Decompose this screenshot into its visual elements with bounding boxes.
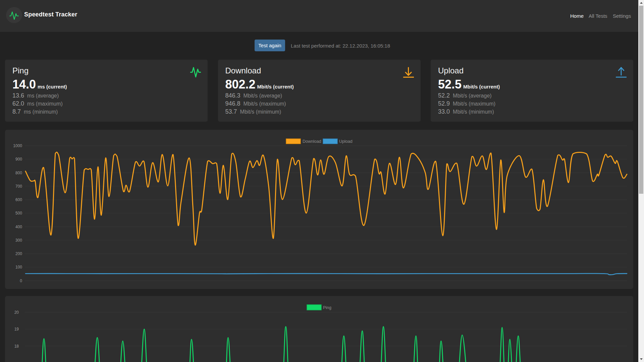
svg-text:18: 18 [14, 344, 19, 349]
svg-text:600: 600 [15, 197, 22, 202]
svg-text:200: 200 [15, 251, 22, 256]
svg-text:400: 400 [15, 225, 22, 229]
svg-text:1000: 1000 [13, 143, 22, 148]
svg-text:700: 700 [15, 184, 22, 189]
svg-text:Upload: Upload [339, 139, 353, 144]
svg-text:20: 20 [14, 310, 19, 315]
svg-text:100: 100 [15, 265, 22, 269]
svg-text:900: 900 [15, 157, 22, 162]
svg-text:800: 800 [15, 171, 22, 175]
svg-text:Ping: Ping [323, 305, 331, 310]
svg-text:19: 19 [14, 327, 19, 331]
svg-text:300: 300 [15, 238, 22, 243]
svg-text:500: 500 [15, 211, 22, 216]
svg-text:Download: Download [303, 139, 321, 144]
svg-text:0: 0 [20, 279, 22, 283]
